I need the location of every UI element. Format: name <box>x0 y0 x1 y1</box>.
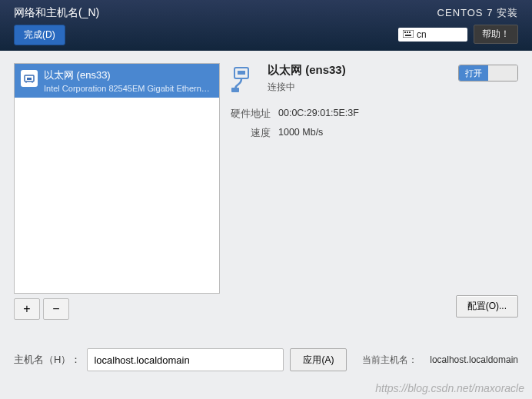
main-columns: 以太网 (ens33) Intel Corporation 82545EM Gi… <box>0 51 532 320</box>
done-button[interactable]: 完成(D) <box>14 25 65 45</box>
toggle-off-label <box>488 65 517 81</box>
help-button[interactable]: 帮助！ <box>474 25 518 44</box>
left-column: 以太网 (ens33) Intel Corporation 82545EM Gi… <box>14 63 220 320</box>
interface-texts: 以太网 (ens33) Intel Corporation 82545EM Gi… <box>44 68 213 93</box>
property-label: 速度 <box>229 127 271 140</box>
detail-status: 连接中 <box>268 81 346 94</box>
svg-rect-4 <box>405 35 411 36</box>
add-interface-button[interactable]: + <box>14 298 40 320</box>
svg-rect-1 <box>404 32 406 33</box>
connection-toggle[interactable]: 打开 <box>458 65 518 81</box>
property-label: 硬件地址 <box>229 108 271 121</box>
hostname-input[interactable] <box>87 348 284 371</box>
hostname-label: 主机名（H）： <box>14 353 81 367</box>
watermark: https://blog.csdn.net/maxoracle <box>375 382 524 394</box>
apply-button[interactable]: 应用(A) <box>290 348 347 371</box>
property-value: 00:0C:29:01:5E:3F <box>278 108 359 121</box>
toggle-on-label: 打开 <box>459 65 488 81</box>
right-column: 以太网 (ens33) 连接中 打开 硬件地址 00:0C:29:01:5E:3… <box>229 63 518 320</box>
header: 网络和主机名(_N) 完成(D) CENTOS 7 安装 cn 帮助！ <box>0 0 532 55</box>
installer-title: CENTOS 7 安装 <box>398 6 518 20</box>
svg-rect-3 <box>409 32 411 33</box>
connection-toggle-wrap: 打开 <box>458 65 518 81</box>
keyboard-icon <box>403 29 414 40</box>
configure-button[interactable]: 配置(O)... <box>456 295 518 318</box>
ethernet-large-icon <box>229 63 260 94</box>
detail-title-block: 以太网 (ens33) 连接中 <box>268 63 346 94</box>
keyboard-layout-indicator[interactable]: cn <box>398 28 467 42</box>
header-left: 网络和主机名(_N) 完成(D) <box>14 6 99 45</box>
interface-list-item[interactable]: 以太网 (ens33) Intel Corporation 82545EM Gi… <box>15 64 219 98</box>
current-hostname-label: 当前主机名： <box>362 354 417 367</box>
property-value: 1000 Mb/s <box>278 127 323 140</box>
current-hostname-value: localhost.localdomain <box>430 354 518 365</box>
keyboard-layout-label: cn <box>417 29 427 40</box>
hostname-row: 主机名（H）： 应用(A) 当前主机名： localhost.localdoma… <box>14 348 518 371</box>
property-row: 硬件地址 00:0C:29:01:5E:3F <box>229 108 518 121</box>
header-right: CENTOS 7 安装 cn 帮助！ <box>398 6 518 44</box>
svg-rect-11 <box>231 88 239 92</box>
svg-rect-6 <box>27 78 32 80</box>
remove-interface-button[interactable]: − <box>43 298 69 320</box>
svg-rect-2 <box>407 32 408 33</box>
svg-rect-10 <box>238 71 245 75</box>
svg-rect-0 <box>403 30 414 38</box>
interface-name: 以太网 (ens33) <box>44 68 213 82</box>
property-row: 速度 1000 Mb/s <box>229 127 518 140</box>
page-title: 网络和主机名(_N) <box>14 6 99 20</box>
detail-title: 以太网 (ens33) <box>268 63 346 78</box>
header-right-row: cn 帮助！ <box>398 25 518 44</box>
interface-description: Intel Corporation 82545EM Gigabit Ethern… <box>44 84 213 93</box>
body-area: 以太网 (ens33) Intel Corporation 82545EM Gi… <box>0 51 532 399</box>
interface-list[interactable]: 以太网 (ens33) Intel Corporation 82545EM Gi… <box>14 63 220 294</box>
ethernet-icon <box>21 70 38 87</box>
property-list: 硬件地址 00:0C:29:01:5E:3F 速度 1000 Mb/s <box>229 108 518 140</box>
list-buttons: + − <box>14 298 220 320</box>
